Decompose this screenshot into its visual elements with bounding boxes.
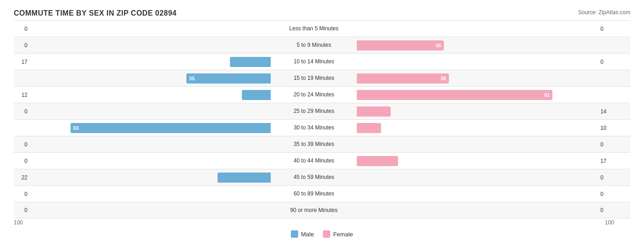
male-bar: 35 xyxy=(186,73,271,84)
male-value-outside: 0 xyxy=(14,158,27,164)
left-bar-wrap xyxy=(29,189,271,199)
female-bar: 38 xyxy=(357,73,448,84)
left-bar-wrap xyxy=(29,140,271,150)
right-side: 0 xyxy=(355,202,614,218)
bar-container: 17 10 to 14 Minutes 0 xyxy=(14,54,630,70)
female-value-outside: 0 xyxy=(600,59,614,65)
male-value-outside: 0 xyxy=(14,207,27,213)
legend-female: Female xyxy=(323,230,353,238)
right-bar-wrap xyxy=(357,140,598,150)
chart-row: 0 60 to 89 Minutes 0 xyxy=(14,185,630,202)
male-bar xyxy=(218,173,271,183)
male-bar xyxy=(230,57,271,67)
bar-container: 12 20 to 24 Minutes 81 xyxy=(14,87,630,103)
female-bar xyxy=(357,156,398,166)
left-side: 0 xyxy=(14,202,273,218)
female-bar: 81 xyxy=(357,90,552,100)
left-side: 0 xyxy=(14,21,273,37)
chart-row: 22 45 to 59 Minutes 0 xyxy=(14,169,630,185)
left-bar-wrap xyxy=(29,40,271,50)
row-label: 45 to 59 Minutes xyxy=(273,174,355,180)
male-value-outside: 0 xyxy=(14,108,27,115)
right-side: 0 xyxy=(355,54,614,70)
bar-container: 0 25 to 29 Minutes 14 xyxy=(14,103,630,119)
male-value-outside: 0 xyxy=(14,26,27,32)
male-value-outside: 0 xyxy=(14,42,27,49)
left-side: 0 xyxy=(14,37,273,53)
female-value-outside: 14 xyxy=(600,108,614,115)
bar-container: 35 15 to 19 Minutes 38 xyxy=(14,70,630,86)
male-bar xyxy=(242,90,271,100)
female-value: 36 xyxy=(436,43,441,48)
row-label: Less than 5 Minutes xyxy=(273,25,355,32)
bar-container: 0 90 or more Minutes 0 xyxy=(14,202,630,218)
left-side: 0 xyxy=(14,103,273,119)
male-value-outside: 0 xyxy=(14,141,27,148)
right-bar-wrap xyxy=(357,123,598,133)
left-side: 22 xyxy=(14,169,273,185)
right-bar-wrap xyxy=(357,156,598,166)
row-label: 10 to 14 Minutes xyxy=(273,58,355,65)
right-bar-wrap xyxy=(357,106,598,117)
female-value-outside: 0 xyxy=(600,191,614,197)
left-side: 35 xyxy=(14,70,273,86)
left-bar-wrap xyxy=(29,24,271,34)
female-value-outside: 0 xyxy=(600,174,614,181)
right-bar-wrap xyxy=(357,24,598,34)
legend-female-box xyxy=(323,230,330,238)
bar-container: 0 5 to 9 Minutes 36 xyxy=(14,37,630,53)
left-bar-wrap xyxy=(29,90,271,100)
male-value-outside: 22 xyxy=(14,174,27,181)
row-label: 25 to 29 Minutes xyxy=(273,108,355,114)
right-side: 38 xyxy=(355,70,614,86)
chart-area: 0 Less than 5 Minutes 0 0 xyxy=(14,20,630,218)
female-bar xyxy=(357,123,381,133)
right-bar-wrap: 81 xyxy=(357,90,598,100)
row-label: 60 to 89 Minutes xyxy=(273,190,355,197)
axis-right-label: 100 xyxy=(355,219,614,226)
left-side: 17 xyxy=(14,54,273,70)
right-bar-wrap xyxy=(357,189,598,199)
female-value-outside: 0 xyxy=(600,207,614,213)
left-side: 83 xyxy=(14,120,273,136)
legend-female-label: Female xyxy=(333,231,353,238)
right-bar-wrap xyxy=(357,205,598,215)
chart-row: 0 35 to 39 Minutes 0 xyxy=(14,136,630,152)
chart-title: COMMUTE TIME BY SEX IN ZIP CODE 02894 xyxy=(14,9,177,17)
bar-container: 22 45 to 59 Minutes 0 xyxy=(14,169,630,185)
female-value-outside: 17 xyxy=(600,158,614,164)
male-value-outside: 12 xyxy=(14,92,27,98)
left-bar-wrap xyxy=(29,173,271,183)
chart-row: 0 40 to 44 Minutes 17 xyxy=(14,152,630,169)
male-value: 83 xyxy=(73,125,79,131)
left-bar-wrap: 35 xyxy=(29,73,271,84)
bar-container: 0 60 to 89 Minutes 0 xyxy=(14,186,630,202)
female-value-outside: 0 xyxy=(600,26,614,32)
left-bar-wrap xyxy=(29,106,271,117)
chart-row: 0 5 to 9 Minutes 36 xyxy=(14,37,630,53)
chart-row: 35 15 to 19 Minutes 38 xyxy=(14,70,630,86)
female-value-outside: 0 xyxy=(600,141,614,148)
right-bar-wrap xyxy=(357,173,598,183)
male-value: 35 xyxy=(189,76,195,81)
row-label: 35 to 39 Minutes xyxy=(273,141,355,147)
female-value: 38 xyxy=(440,76,446,81)
row-label: 40 to 44 Minutes xyxy=(273,157,355,164)
left-side: 12 xyxy=(14,87,273,103)
right-bar-wrap: 36 xyxy=(357,40,598,50)
chart-row: 83 30 to 34 Minutes 10 xyxy=(14,119,630,136)
right-side: 10 xyxy=(355,120,614,136)
female-bar xyxy=(357,106,391,117)
female-bar: 36 xyxy=(357,40,444,50)
legend-male: Male xyxy=(291,230,314,238)
bar-container: 0 40 to 44 Minutes 17 xyxy=(14,153,630,169)
male-bar: 83 xyxy=(71,123,271,133)
right-side: 17 xyxy=(355,153,614,169)
female-value-outside: 10 xyxy=(600,125,614,131)
right-side: 14 xyxy=(355,103,614,119)
chart-row: 17 10 to 14 Minutes 0 xyxy=(14,53,630,70)
right-side: 0 xyxy=(355,136,614,152)
right-bar-wrap xyxy=(357,57,598,67)
chart-container: COMMUTE TIME BY SEX IN ZIP CODE 02894 So… xyxy=(14,9,630,238)
right-side: 0 xyxy=(355,21,614,37)
